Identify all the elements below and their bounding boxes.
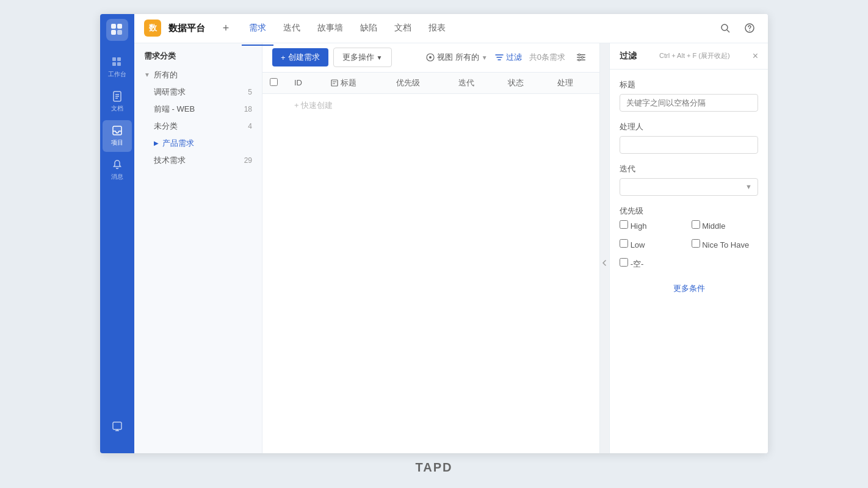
- monitor-icon: [111, 420, 123, 432]
- priority-option-nice-to-have[interactable]: Nice To Have: [692, 239, 759, 249]
- filter-panel-title: 过滤: [620, 51, 637, 62]
- tab-iterations[interactable]: 迭代: [276, 19, 308, 37]
- top-bar-right: [717, 20, 758, 37]
- sidebar-item-research-label: 调研需求: [154, 87, 186, 98]
- dropdown-icon: ▼: [377, 54, 383, 61]
- title-header[interactable]: 标题: [324, 73, 389, 94]
- tab-reports[interactable]: 报表: [421, 19, 453, 37]
- nav-bar: 工作台 文档 项目: [100, 14, 134, 453]
- svg-rect-3: [117, 30, 122, 35]
- sidebar: 需求分类 ▼ 所有的 调研需求 5 前端 - WEB 18 未分类 4: [134, 43, 262, 453]
- priority-option-low[interactable]: Low: [620, 239, 687, 249]
- sidebar-item-tech-label: 技术需求: [154, 155, 186, 166]
- tab-requirements[interactable]: 需求: [242, 19, 273, 37]
- checkbox-header[interactable]: [262, 73, 287, 94]
- svg-rect-4: [112, 57, 116, 61]
- filter-handler-input[interactable]: [620, 136, 758, 154]
- sidebar-item-research-count: 5: [248, 88, 252, 96]
- tab-stories[interactable]: 故事墙: [310, 19, 350, 37]
- priority-header[interactable]: 优先级: [389, 73, 451, 94]
- project-icon: 数: [144, 20, 161, 37]
- sidebar-item-product[interactable]: ▶ 产品需求: [134, 135, 262, 152]
- nav-item-settings[interactable]: [103, 411, 132, 442]
- priority-nice-to-have-checkbox[interactable]: [692, 239, 700, 248]
- svg-line-17: [727, 30, 729, 32]
- content-area: 需求分类 ▼ 所有的 调研需求 5 前端 - WEB 18 未分类 4: [134, 43, 768, 453]
- handler-header[interactable]: 处理: [550, 73, 599, 94]
- svg-rect-13: [113, 422, 121, 429]
- priority-empty-label: -空-: [631, 259, 644, 268]
- create-requirement-button[interactable]: + 创建需求: [272, 48, 328, 66]
- tab-bar: 需求 迭代 故事墙 缺陷 文档 报表: [242, 19, 709, 37]
- priority-middle-checkbox[interactable]: [692, 220, 700, 229]
- search-button[interactable]: [717, 20, 734, 37]
- inbox-icon: [111, 124, 123, 137]
- priority-options: High Middle Low: [620, 220, 758, 273]
- grid-icon: [111, 56, 123, 68]
- nav-item-workbench[interactable]: 工作台: [103, 52, 132, 84]
- filter-close-button[interactable]: ×: [753, 51, 758, 62]
- toolbar-right: 视图 所有的 ▼ 过滤 共0条需求: [426, 49, 590, 66]
- priority-option-middle[interactable]: Middle: [692, 220, 759, 231]
- sidebar-item-tech[interactable]: 技术需求 29: [134, 152, 262, 169]
- nav-label-messages: 消息: [111, 173, 123, 181]
- priority-high-checkbox[interactable]: [620, 220, 628, 229]
- sidebar-item-tech-count: 29: [244, 156, 252, 165]
- table-header-row: ID 标题: [262, 73, 599, 94]
- iteration-header[interactable]: 迭代: [451, 73, 501, 94]
- collapse-sidebar-button[interactable]: [599, 43, 609, 453]
- svg-point-19: [749, 30, 750, 31]
- svg-point-16: [722, 24, 728, 30]
- filter-field-title: 标题: [620, 79, 758, 112]
- help-button[interactable]: [741, 20, 758, 37]
- svg-rect-7: [117, 62, 121, 66]
- filter-title-label: 标题: [620, 79, 758, 90]
- filter-handler-label: 处理人: [620, 121, 758, 132]
- bell-icon: [111, 159, 123, 171]
- priority-option-high[interactable]: High: [620, 220, 687, 231]
- priority-option-empty[interactable]: -空-: [620, 258, 687, 270]
- sidebar-item-research[interactable]: 调研需求 5: [134, 84, 262, 101]
- tapd-branding: TAPD: [416, 461, 453, 475]
- filter-button[interactable]: 过滤: [495, 52, 522, 63]
- filter-field-priority: 优先级 High Middle: [620, 206, 758, 273]
- select-all-checkbox[interactable]: [270, 78, 278, 86]
- status-header[interactable]: 状态: [501, 73, 550, 94]
- svg-rect-5: [117, 57, 121, 61]
- sidebar-item-uncategorized[interactable]: 未分类 4: [134, 118, 262, 135]
- filter-field-iteration: 迭代 ▼: [620, 163, 758, 196]
- filter-iteration-select-wrapper: ▼: [620, 178, 758, 196]
- view-selector[interactable]: 视图 所有的 ▼: [426, 52, 488, 63]
- svg-point-25: [579, 54, 580, 56]
- nav-label-workbench: 工作台: [108, 70, 126, 79]
- filter-iteration-select[interactable]: [620, 178, 758, 196]
- nav-logo[interactable]: [106, 19, 128, 41]
- priority-empty-checkbox[interactable]: [620, 258, 628, 267]
- filter-priority-label: 优先级: [620, 206, 758, 217]
- svg-point-21: [429, 56, 432, 59]
- tab-bugs[interactable]: 缺陷: [353, 19, 385, 37]
- tab-docs[interactable]: 文档: [387, 19, 419, 37]
- nav-item-messages[interactable]: 消息: [103, 154, 132, 186]
- column-settings-button[interactable]: [573, 49, 590, 66]
- add-tab-button[interactable]: +: [217, 20, 234, 37]
- sidebar-item-all[interactable]: ▼ 所有的: [134, 66, 262, 84]
- filter-panel: 过滤 Ctrl + Alt + F (展开收起) × 标题 处理人: [609, 43, 768, 453]
- toolbar: + 创建需求 更多操作 ▼ 视图: [262, 43, 599, 73]
- chevron-right-icon: ▶: [154, 140, 159, 146]
- sidebar-item-frontend-web-label: 前端 - WEB: [154, 104, 195, 115]
- priority-low-checkbox[interactable]: [620, 239, 628, 248]
- sidebar-item-uncategorized-count: 4: [248, 122, 252, 131]
- filter-title-input[interactable]: [620, 94, 758, 112]
- quick-create-label[interactable]: + 快速创建: [294, 101, 333, 110]
- nav-item-projects[interactable]: 项目: [103, 120, 132, 152]
- filter-shortcut: Ctrl + Alt + F (展开收起): [659, 51, 730, 60]
- quick-create-row[interactable]: + 快速创建: [262, 93, 599, 117]
- svg-point-27: [579, 59, 580, 61]
- table-wrapper: ID 标题: [262, 73, 599, 453]
- more-conditions-button[interactable]: 更多条件: [620, 283, 758, 294]
- more-actions-button[interactable]: 更多操作 ▼: [333, 48, 392, 67]
- nav-item-docs[interactable]: 文档: [103, 86, 132, 118]
- sidebar-item-frontend-web[interactable]: 前端 - WEB 18: [134, 101, 262, 118]
- id-header[interactable]: ID: [287, 73, 324, 94]
